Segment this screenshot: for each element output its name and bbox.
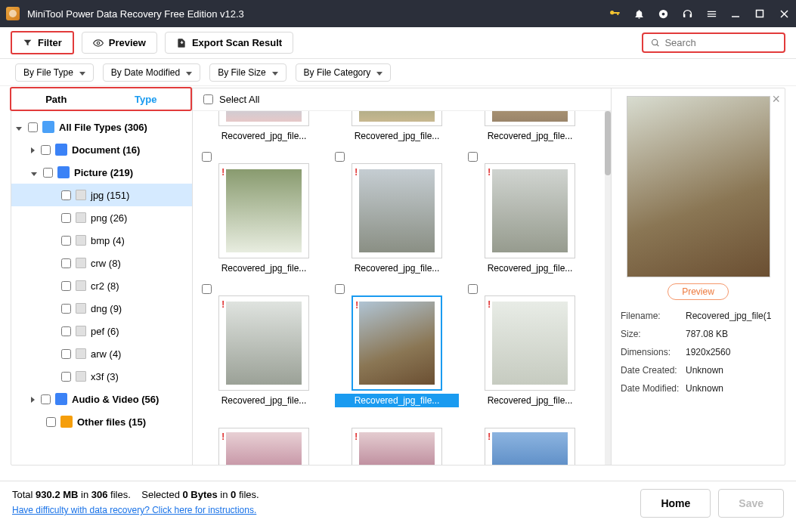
meta-modified-key: Date Modified:: [621, 383, 681, 394]
file-checkbox[interactable]: [202, 284, 212, 294]
app-logo-icon: [6, 7, 20, 20]
filter-chips: By File Type By Date Modified By File Si…: [0, 59, 796, 86]
save-button[interactable]: Save: [718, 489, 784, 518]
tree-all-file-types[interactable]: All File Types (306): [11, 116, 192, 138]
toolbar: Filter Preview Export Scan Result: [0, 27, 796, 59]
file-checkbox[interactable]: [468, 152, 478, 162]
file-icon: [76, 212, 86, 223]
tree-crw[interactable]: crw (8): [11, 252, 192, 274]
preview-image: [627, 96, 770, 277]
tree-picture[interactable]: Picture (219): [11, 161, 192, 184]
checkbox[interactable]: [41, 394, 51, 404]
select-all-checkbox[interactable]: [203, 94, 213, 104]
tree-jpg[interactable]: jpg (151): [11, 184, 192, 206]
file-cell[interactable]: !: [202, 416, 326, 465]
filter-label: Filter: [38, 37, 62, 48]
file-icon: [76, 235, 86, 246]
preview-label: Preview: [109, 37, 146, 48]
checkbox[interactable]: [61, 326, 71, 336]
file-cell-selected[interactable]: !Recovered_jpg_file...: [335, 284, 459, 407]
preview-button[interactable]: Preview: [82, 32, 157, 54]
file-metadata: Filename:Recovered_jpg_file(1 Size:787.0…: [621, 311, 776, 394]
file-cell[interactable]: !: [468, 416, 592, 465]
chip-filetype[interactable]: By File Type: [15, 63, 94, 82]
file-cell[interactable]: !Recovered_jpg_file...: [202, 284, 326, 407]
menu-icon[interactable]: [705, 8, 717, 20]
tree-x3f[interactable]: x3f (3): [11, 365, 192, 388]
help-link[interactable]: Have difficulty with data recovery? Clic…: [12, 505, 259, 515]
svg-line-9: [657, 44, 659, 46]
file-cell[interactable]: !Recovered_jpg_file...: [468, 284, 592, 407]
minimize-icon[interactable]: [729, 8, 742, 20]
file-checkbox[interactable]: [335, 152, 345, 162]
chevron-right-icon: [31, 394, 36, 405]
chip-filecategory[interactable]: By File Category: [296, 63, 392, 82]
checkbox[interactable]: [46, 417, 56, 427]
close-preview-icon[interactable]: ×: [772, 91, 780, 107]
key-icon[interactable]: [609, 8, 621, 20]
home-button[interactable]: Home: [640, 489, 711, 518]
file-cell[interactable]: !Recovered_jpg_file...: [335, 152, 459, 275]
warning-icon: !: [488, 166, 491, 178]
headphones-icon[interactable]: [681, 8, 693, 20]
chip-datemodified[interactable]: By Date Modified: [103, 63, 200, 82]
chevron-down-icon: [184, 67, 192, 78]
search-input[interactable]: [664, 37, 776, 48]
filter-button[interactable]: Filter: [11, 31, 74, 54]
tab-path[interactable]: Path: [11, 88, 101, 110]
tree-png[interactable]: png (26): [11, 206, 192, 229]
meta-size-key: Size:: [621, 329, 681, 339]
chip-filesize[interactable]: By File Size: [209, 63, 286, 82]
tab-type[interactable]: Type: [101, 88, 191, 110]
checkbox[interactable]: [61, 281, 71, 291]
file-icon: [76, 190, 86, 200]
totals-text: Total 930.2 MB in 306 files. Selected 0 …: [12, 489, 259, 500]
other-files-icon: [60, 416, 73, 428]
scrollbar-handle[interactable]: [605, 111, 611, 175]
file-cell[interactable]: Recovered_jpg_file...: [468, 111, 592, 143]
file-cell[interactable]: !Recovered_jpg_file...: [468, 152, 592, 275]
checkbox[interactable]: [61, 349, 71, 359]
checkbox[interactable]: [61, 190, 71, 200]
checkbox[interactable]: [61, 258, 71, 268]
tree-other-files[interactable]: Other files (15): [11, 410, 192, 433]
svg-point-2: [661, 12, 664, 15]
maximize-icon[interactable]: [754, 8, 766, 20]
svg-point-8: [652, 39, 658, 45]
file-icon: [76, 371, 86, 382]
file-cell[interactable]: Recovered_jpg_file...: [335, 111, 459, 143]
tree-arw[interactable]: arw (4): [11, 342, 192, 365]
tree-document[interactable]: Document (16): [11, 138, 192, 161]
file-cell[interactable]: Recovered_jpg_file...: [202, 111, 326, 143]
export-button[interactable]: Export Scan Result: [165, 32, 293, 54]
checkbox[interactable]: [61, 304, 71, 314]
file-checkbox[interactable]: [335, 284, 345, 294]
checkbox[interactable]: [61, 372, 71, 382]
checkbox[interactable]: [28, 122, 38, 132]
file-checkbox[interactable]: [202, 152, 212, 162]
vertical-scrollbar[interactable]: [605, 111, 611, 465]
checkbox[interactable]: [41, 145, 51, 155]
tree-pef[interactable]: pef (6): [11, 320, 192, 342]
bell-icon[interactable]: [633, 8, 645, 20]
tree-bmp[interactable]: bmp (4): [11, 229, 192, 252]
svg-point-7: [97, 42, 100, 45]
warning-icon: !: [221, 298, 225, 310]
checkbox[interactable]: [43, 168, 53, 178]
checkbox[interactable]: [61, 236, 71, 246]
close-icon[interactable]: [778, 8, 790, 20]
tree-dng[interactable]: dng (9): [11, 297, 192, 320]
svg-rect-4: [757, 11, 763, 17]
checkbox[interactable]: [61, 213, 71, 223]
file-cell[interactable]: !Recovered_jpg_file...: [202, 152, 326, 275]
main-area: Path Type All File Types (306) Document …: [11, 88, 785, 466]
disc-icon[interactable]: [657, 8, 669, 20]
search-box[interactable]: [642, 32, 785, 53]
meta-dim-key: Dimensions:: [621, 347, 681, 357]
tree-audio-video[interactable]: Audio & Video (56): [11, 388, 192, 410]
preview-open-button[interactable]: Preview: [667, 283, 729, 300]
file-checkbox[interactable]: [468, 284, 478, 294]
file-cell[interactable]: !: [335, 416, 459, 465]
file-icon: [76, 258, 86, 268]
tree-cr2[interactable]: cr2 (8): [11, 274, 192, 297]
